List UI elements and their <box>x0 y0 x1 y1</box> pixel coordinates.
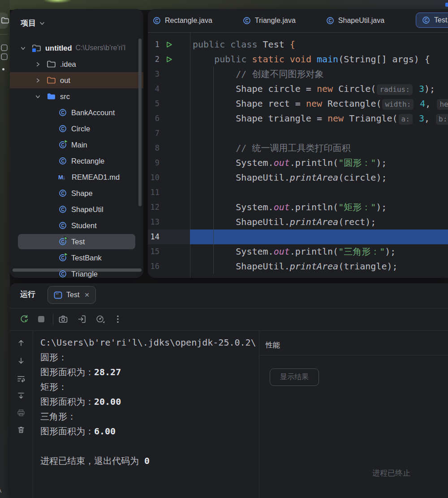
code-line-1[interactable]: 1public class Test { <box>148 37 448 52</box>
gutter[interactable]: 11 <box>148 185 190 200</box>
code-line-11[interactable]: 11 <box>148 185 448 200</box>
svg-text:C: C <box>245 18 248 23</box>
code-line-7[interactable]: 7 <box>148 126 448 141</box>
editor-tab-Triangle.java[interactable]: CTriangle.java <box>242 16 296 25</box>
gutter[interactable]: 8 <box>148 141 190 156</box>
up-button[interactable] <box>17 338 26 347</box>
code-line-13[interactable]: 13 ShapeUtil.printArea(rect); <box>148 215 448 230</box>
gutter[interactable]: 7 <box>148 126 190 141</box>
tree-item-label: src <box>60 92 70 101</box>
tree-item-Triangle[interactable]: CTriangle <box>10 266 143 278</box>
tree-item-out[interactable]: out <box>10 72 143 88</box>
gutter[interactable]: 9 <box>148 156 190 170</box>
gutter[interactable]: 4 <box>148 82 190 96</box>
more-options-button[interactable] <box>113 314 123 324</box>
run-line-icon[interactable] <box>166 56 172 63</box>
svg-text:C: C <box>61 272 64 277</box>
project-panel-header[interactable]: 项目 <box>21 18 45 28</box>
tree-item-Shape[interactable]: CShape <box>10 185 143 201</box>
class-icon: C <box>58 108 67 117</box>
editor-tab-Test.java[interactable]: CTest.java <box>416 13 448 28</box>
tree-item-Student[interactable]: CStudent <box>10 217 143 234</box>
tree-item-TestBank[interactable]: CTestBank <box>10 250 143 266</box>
chevron-down-icon <box>39 20 45 26</box>
gutter[interactable]: 3 <box>148 67 190 82</box>
class-icon: C <box>58 156 67 165</box>
tree-item-label: Test <box>71 238 85 246</box>
tree-item-ShapeUtil[interactable]: CShapeUtil <box>10 201 143 217</box>
camera-button[interactable] <box>58 314 68 324</box>
chevron-down-icon[interactable] <box>20 45 26 51</box>
tree-item-Main[interactable]: CMain <box>10 137 143 153</box>
close-icon[interactable]: ✕ <box>84 291 90 299</box>
tree-item-Circle[interactable]: CCircle <box>10 121 143 137</box>
gutter[interactable]: 10 <box>148 170 190 185</box>
scroll-to-end-button[interactable] <box>17 391 26 400</box>
clear-button[interactable] <box>17 425 26 434</box>
code-line-5[interactable]: 5 Shape rect = new Rectangle(width: 4, h… <box>148 96 448 111</box>
editor-tab-Rectangle.java[interactable]: CRectangle.java <box>152 16 212 25</box>
tree-item-label: Shape <box>71 189 93 198</box>
show-results-button[interactable]: 显示结果 <box>270 368 319 386</box>
project-vertical-scrollbar[interactable] <box>138 39 142 206</box>
gutter[interactable]: 14 <box>148 230 190 244</box>
code-line-9[interactable]: 9 System.out.println("圆形："); <box>148 156 448 170</box>
code-line-3[interactable]: 3 // 创建不同图形对象 <box>148 67 448 82</box>
folder-idea-icon <box>47 60 56 69</box>
code-line-4[interactable]: 4 Shape circle = new Circle(radius: 3); <box>148 82 448 96</box>
code-line-16[interactable]: 16 ShapeUtil.printArea(triangle); <box>148 259 448 274</box>
tree-item-.idea[interactable]: .idea <box>10 56 143 72</box>
run-tab-test[interactable]: Test ✕ <box>47 286 96 304</box>
code-line-8[interactable]: 8 // 统一调用工具类打印面积 <box>148 141 448 156</box>
console-line-5: 图形面积为：20.00 <box>40 394 258 409</box>
code-line-14[interactable]: 14 <box>148 230 448 244</box>
tree-item-src[interactable]: src <box>10 88 143 104</box>
soft-wrap-button[interactable] <box>17 374 26 383</box>
tab-label: Triangle.java <box>255 17 296 25</box>
down-button[interactable] <box>17 356 26 365</box>
inlay-hint: heig <box>437 99 448 110</box>
gutter[interactable]: 1 <box>148 37 190 52</box>
gutter[interactable]: 12 <box>148 200 190 215</box>
stripe-divider <box>0 34 8 35</box>
gutter[interactable]: 16 <box>148 259 190 274</box>
tree-item-untitled[interactable]: untitledC:\Users\b're'ri'l <box>10 40 143 56</box>
chevron-down-icon[interactable] <box>35 94 41 100</box>
rerun-button[interactable] <box>19 314 29 324</box>
print-button[interactable] <box>17 408 26 417</box>
line-number: 14 <box>151 230 159 244</box>
ide-window: A 项目 untitledC:\Users\b're'ri'l.ideaouts… <box>0 0 448 498</box>
code-line-12[interactable]: 12 System.out.println("矩形："); <box>148 200 448 215</box>
code-editor[interactable]: 1public class Test {2 public static void… <box>148 33 448 278</box>
line-number: 12 <box>151 200 159 215</box>
tree-item-Rectangle[interactable]: CRectangle <box>10 153 143 169</box>
code-line-6[interactable]: 6 Shape triangle = new Triangle(a: 3, b:… <box>148 111 448 126</box>
code-line-2[interactable]: 2 public static void main(String[] args)… <box>148 52 448 67</box>
chevron-right-icon[interactable] <box>35 61 41 67</box>
profiler-button[interactable] <box>95 314 105 324</box>
gutter[interactable]: 2 <box>148 52 190 67</box>
gutter[interactable]: 5 <box>148 96 190 111</box>
stop-button[interactable] <box>36 314 46 324</box>
tree-item-REMEAD1.md[interactable]: M↓REMEAD1.md <box>10 169 143 185</box>
code-line-15[interactable]: 15 System.out.println("三角形："); <box>148 244 448 259</box>
chevron-right-icon[interactable] <box>35 78 41 83</box>
gutter[interactable]: 13 <box>148 215 190 230</box>
code-line-10[interactable]: 10 ShapeUtil.printArea(circle); <box>148 170 448 185</box>
editor-tab-ShapeUtil.java[interactable]: CShapeUtil.java <box>326 16 384 25</box>
folder-out-icon <box>47 76 56 85</box>
svg-text:C: C <box>61 126 64 131</box>
tree-item-Test[interactable]: CTest <box>10 234 143 250</box>
commit-tool-icon[interactable] <box>0 44 9 64</box>
tree-item-label: untitled <box>45 44 72 52</box>
run-panel: 运行 Test ✕ <box>10 283 448 498</box>
tree-item-BankAccount[interactable]: CBankAccount <box>10 104 143 121</box>
gutter[interactable]: 15 <box>148 244 190 259</box>
folder-src-icon <box>47 92 56 101</box>
tree-item-label: TestBank <box>71 254 102 262</box>
tab-label: ShapeUtil.java <box>338 17 384 25</box>
console-gutter-divider <box>33 331 33 498</box>
jump-button[interactable] <box>77 314 87 324</box>
gutter[interactable]: 6 <box>148 111 190 126</box>
run-line-icon[interactable] <box>166 41 172 48</box>
